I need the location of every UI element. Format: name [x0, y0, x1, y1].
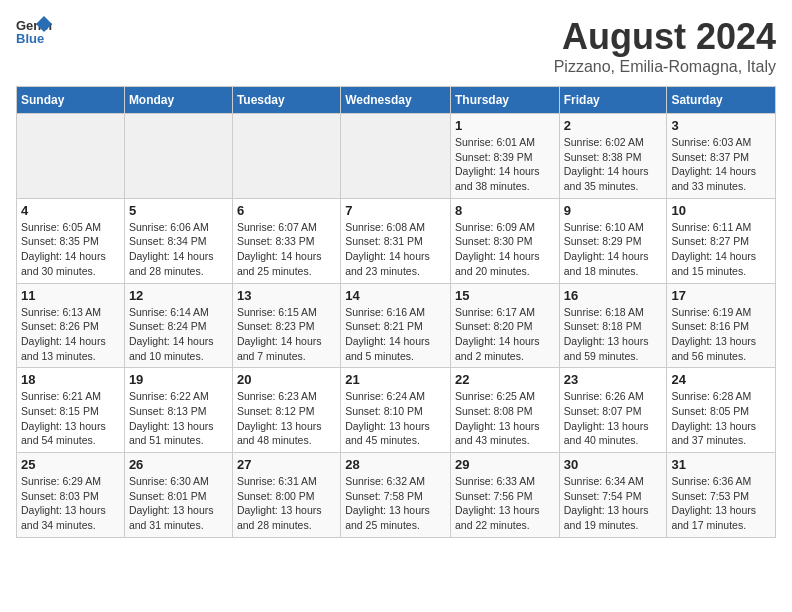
calendar-cell: 15Sunrise: 6:17 AM Sunset: 8:20 PM Dayli… [450, 283, 559, 368]
calendar-cell: 4Sunrise: 6:05 AM Sunset: 8:35 PM Daylig… [17, 198, 125, 283]
day-info: Sunrise: 6:32 AM Sunset: 7:58 PM Dayligh… [345, 474, 446, 533]
calendar-cell: 11Sunrise: 6:13 AM Sunset: 8:26 PM Dayli… [17, 283, 125, 368]
calendar-cell: 20Sunrise: 6:23 AM Sunset: 8:12 PM Dayli… [232, 368, 340, 453]
day-number: 26 [129, 457, 228, 472]
day-number: 6 [237, 203, 336, 218]
day-info: Sunrise: 6:22 AM Sunset: 8:13 PM Dayligh… [129, 389, 228, 448]
day-number: 18 [21, 372, 120, 387]
day-number: 1 [455, 118, 555, 133]
day-number: 21 [345, 372, 446, 387]
day-info: Sunrise: 6:19 AM Sunset: 8:16 PM Dayligh… [671, 305, 771, 364]
day-info: Sunrise: 6:07 AM Sunset: 8:33 PM Dayligh… [237, 220, 336, 279]
day-number: 14 [345, 288, 446, 303]
day-number: 4 [21, 203, 120, 218]
calendar-cell: 12Sunrise: 6:14 AM Sunset: 8:24 PM Dayli… [124, 283, 232, 368]
day-info: Sunrise: 6:36 AM Sunset: 7:53 PM Dayligh… [671, 474, 771, 533]
day-number: 3 [671, 118, 771, 133]
day-info: Sunrise: 6:02 AM Sunset: 8:38 PM Dayligh… [564, 135, 663, 194]
day-number: 19 [129, 372, 228, 387]
day-number: 15 [455, 288, 555, 303]
day-info: Sunrise: 6:10 AM Sunset: 8:29 PM Dayligh… [564, 220, 663, 279]
calendar-cell: 13Sunrise: 6:15 AM Sunset: 8:23 PM Dayli… [232, 283, 340, 368]
day-info: Sunrise: 6:14 AM Sunset: 8:24 PM Dayligh… [129, 305, 228, 364]
day-number: 30 [564, 457, 663, 472]
day-info: Sunrise: 6:23 AM Sunset: 8:12 PM Dayligh… [237, 389, 336, 448]
day-info: Sunrise: 6:21 AM Sunset: 8:15 PM Dayligh… [21, 389, 120, 448]
day-number: 27 [237, 457, 336, 472]
calendar-cell: 6Sunrise: 6:07 AM Sunset: 8:33 PM Daylig… [232, 198, 340, 283]
calendar-cell: 9Sunrise: 6:10 AM Sunset: 8:29 PM Daylig… [559, 198, 667, 283]
logo-icon: General Blue [16, 16, 52, 46]
day-info: Sunrise: 6:25 AM Sunset: 8:08 PM Dayligh… [455, 389, 555, 448]
calendar-cell: 25Sunrise: 6:29 AM Sunset: 8:03 PM Dayli… [17, 453, 125, 538]
day-number: 29 [455, 457, 555, 472]
calendar-cell [232, 114, 340, 199]
day-info: Sunrise: 6:09 AM Sunset: 8:30 PM Dayligh… [455, 220, 555, 279]
weekday-header-friday: Friday [559, 87, 667, 114]
day-number: 5 [129, 203, 228, 218]
day-info: Sunrise: 6:18 AM Sunset: 8:18 PM Dayligh… [564, 305, 663, 364]
day-number: 11 [21, 288, 120, 303]
day-number: 25 [21, 457, 120, 472]
day-info: Sunrise: 6:33 AM Sunset: 7:56 PM Dayligh… [455, 474, 555, 533]
day-info: Sunrise: 6:06 AM Sunset: 8:34 PM Dayligh… [129, 220, 228, 279]
calendar-cell: 3Sunrise: 6:03 AM Sunset: 8:37 PM Daylig… [667, 114, 776, 199]
calendar-cell: 16Sunrise: 6:18 AM Sunset: 8:18 PM Dayli… [559, 283, 667, 368]
day-info: Sunrise: 6:31 AM Sunset: 8:00 PM Dayligh… [237, 474, 336, 533]
calendar-cell: 10Sunrise: 6:11 AM Sunset: 8:27 PM Dayli… [667, 198, 776, 283]
calendar-cell: 5Sunrise: 6:06 AM Sunset: 8:34 PM Daylig… [124, 198, 232, 283]
svg-text:Blue: Blue [16, 31, 44, 46]
calendar-cell: 1Sunrise: 6:01 AM Sunset: 8:39 PM Daylig… [450, 114, 559, 199]
day-number: 7 [345, 203, 446, 218]
day-info: Sunrise: 6:30 AM Sunset: 8:01 PM Dayligh… [129, 474, 228, 533]
calendar-cell: 14Sunrise: 6:16 AM Sunset: 8:21 PM Dayli… [341, 283, 451, 368]
day-info: Sunrise: 6:29 AM Sunset: 8:03 PM Dayligh… [21, 474, 120, 533]
day-info: Sunrise: 6:15 AM Sunset: 8:23 PM Dayligh… [237, 305, 336, 364]
calendar-cell: 31Sunrise: 6:36 AM Sunset: 7:53 PM Dayli… [667, 453, 776, 538]
calendar-cell: 22Sunrise: 6:25 AM Sunset: 8:08 PM Dayli… [450, 368, 559, 453]
calendar-cell: 8Sunrise: 6:09 AM Sunset: 8:30 PM Daylig… [450, 198, 559, 283]
calendar-cell: 29Sunrise: 6:33 AM Sunset: 7:56 PM Dayli… [450, 453, 559, 538]
day-number: 9 [564, 203, 663, 218]
day-number: 31 [671, 457, 771, 472]
day-info: Sunrise: 6:26 AM Sunset: 8:07 PM Dayligh… [564, 389, 663, 448]
page-title: August 2024 [554, 16, 776, 58]
title-area: August 2024 Pizzano, Emilia-Romagna, Ita… [554, 16, 776, 76]
calendar-cell: 24Sunrise: 6:28 AM Sunset: 8:05 PM Dayli… [667, 368, 776, 453]
day-number: 2 [564, 118, 663, 133]
weekday-header-monday: Monday [124, 87, 232, 114]
day-info: Sunrise: 6:28 AM Sunset: 8:05 PM Dayligh… [671, 389, 771, 448]
day-number: 10 [671, 203, 771, 218]
day-info: Sunrise: 6:11 AM Sunset: 8:27 PM Dayligh… [671, 220, 771, 279]
weekday-header-saturday: Saturday [667, 87, 776, 114]
calendar-cell: 28Sunrise: 6:32 AM Sunset: 7:58 PM Dayli… [341, 453, 451, 538]
calendar-cell [341, 114, 451, 199]
day-number: 16 [564, 288, 663, 303]
day-info: Sunrise: 6:24 AM Sunset: 8:10 PM Dayligh… [345, 389, 446, 448]
day-info: Sunrise: 6:03 AM Sunset: 8:37 PM Dayligh… [671, 135, 771, 194]
day-number: 17 [671, 288, 771, 303]
calendar-cell: 26Sunrise: 6:30 AM Sunset: 8:01 PM Dayli… [124, 453, 232, 538]
calendar-cell: 7Sunrise: 6:08 AM Sunset: 8:31 PM Daylig… [341, 198, 451, 283]
day-number: 12 [129, 288, 228, 303]
calendar-cell [17, 114, 125, 199]
day-number: 24 [671, 372, 771, 387]
calendar-table: SundayMondayTuesdayWednesdayThursdayFrid… [16, 86, 776, 538]
logo: General Blue [16, 16, 52, 46]
calendar-cell: 23Sunrise: 6:26 AM Sunset: 8:07 PM Dayli… [559, 368, 667, 453]
day-info: Sunrise: 6:05 AM Sunset: 8:35 PM Dayligh… [21, 220, 120, 279]
day-info: Sunrise: 6:01 AM Sunset: 8:39 PM Dayligh… [455, 135, 555, 194]
weekday-header-tuesday: Tuesday [232, 87, 340, 114]
page-header: General Blue August 2024 Pizzano, Emilia… [16, 16, 776, 76]
calendar-cell: 30Sunrise: 6:34 AM Sunset: 7:54 PM Dayli… [559, 453, 667, 538]
day-info: Sunrise: 6:17 AM Sunset: 8:20 PM Dayligh… [455, 305, 555, 364]
day-info: Sunrise: 6:08 AM Sunset: 8:31 PM Dayligh… [345, 220, 446, 279]
calendar-cell: 27Sunrise: 6:31 AM Sunset: 8:00 PM Dayli… [232, 453, 340, 538]
page-subtitle: Pizzano, Emilia-Romagna, Italy [554, 58, 776, 76]
day-number: 22 [455, 372, 555, 387]
day-number: 23 [564, 372, 663, 387]
day-info: Sunrise: 6:13 AM Sunset: 8:26 PM Dayligh… [21, 305, 120, 364]
weekday-header-thursday: Thursday [450, 87, 559, 114]
calendar-cell: 17Sunrise: 6:19 AM Sunset: 8:16 PM Dayli… [667, 283, 776, 368]
day-number: 20 [237, 372, 336, 387]
